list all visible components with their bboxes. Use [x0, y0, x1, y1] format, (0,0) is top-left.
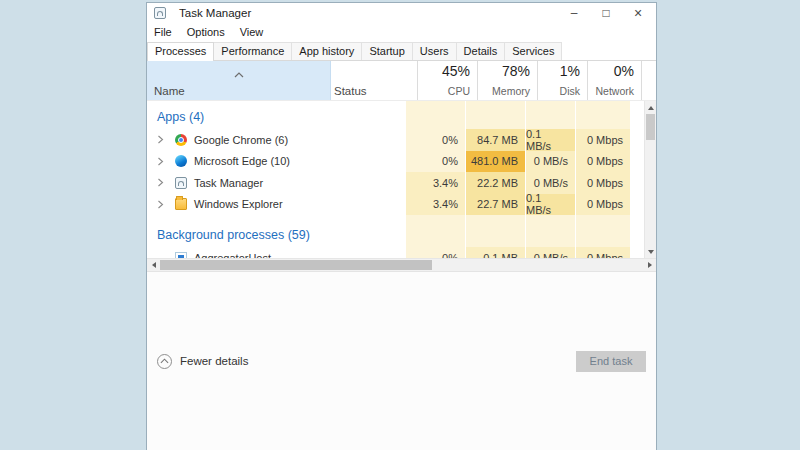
- title-bar[interactable]: Task Manager – □ ×: [147, 3, 656, 23]
- tab-startup[interactable]: Startup: [361, 42, 412, 60]
- group-header-apps-4[interactable]: Apps (4): [147, 105, 644, 129]
- tab-users[interactable]: Users: [412, 42, 457, 60]
- group-gap: [147, 215, 644, 223]
- metric-cell: [575, 215, 630, 223]
- tab-performance[interactable]: Performance: [213, 42, 292, 60]
- metric-cell: 0 Mbps: [575, 247, 630, 258]
- expand-chevron-icon[interactable]: [157, 135, 175, 144]
- column-usage-percent: 45%: [442, 63, 470, 79]
- footer-bar: Fewer details End task: [147, 271, 656, 450]
- column-label: Disk: [560, 85, 580, 97]
- column-header-memory[interactable]: 78%Memory: [477, 61, 537, 100]
- group-header-background-processes-59[interactable]: Background processes (59): [147, 223, 644, 247]
- column-header-cpu[interactable]: 45%CPU: [417, 61, 477, 100]
- column-usage-percent: 0%: [614, 63, 634, 79]
- group-header-label: Background processes (59): [157, 228, 310, 242]
- menu-view[interactable]: View: [240, 26, 264, 38]
- process-rows: Apps (4)Google Chrome (6)0%84.7 MB0.1 MB…: [147, 101, 644, 258]
- group-header-name-area: Apps (4): [147, 105, 405, 129]
- window-controls: – □ ×: [558, 4, 654, 22]
- process-row[interactable]: Google Chrome (6)0%84.7 MB0.1 MB/s0 Mbps: [147, 129, 644, 151]
- metric-cell: [405, 215, 465, 223]
- column-label: Network: [595, 85, 634, 97]
- row-name-area: [147, 215, 405, 223]
- tab-app-history[interactable]: App history: [291, 42, 362, 60]
- metric-cell: 0 Mbps: [575, 151, 630, 173]
- menu-file[interactable]: File: [154, 26, 172, 38]
- process-row[interactable]: Windows Explorer3.4%22.7 MB0.1 MB/s0 Mbp…: [147, 194, 644, 216]
- metric-cell: 22.7 MB: [465, 194, 525, 216]
- task-manager-window: Task Manager – □ × FileOptionsView Proce…: [146, 2, 657, 450]
- tab-services[interactable]: Services: [504, 42, 562, 60]
- group-header-label: Apps (4): [157, 110, 204, 124]
- metric-cell: 84.7 MB: [465, 129, 525, 151]
- tab-details[interactable]: Details: [456, 42, 506, 60]
- taskmgr-icon: [175, 177, 187, 189]
- metric-cell: [405, 223, 465, 247]
- metric-cell: [465, 215, 525, 223]
- metric-cell: 0 MB/s: [525, 247, 575, 258]
- window-title: Task Manager: [179, 7, 251, 19]
- metric-cell: 3.4%: [405, 172, 465, 194]
- horizontal-scrollbar-thumb[interactable]: [160, 260, 432, 270]
- column-header-row: Name Status 45%CPU78%Memory1%Disk0%Netwo…: [147, 61, 656, 101]
- scroll-right-icon[interactable]: [643, 259, 656, 271]
- vertical-scrollbar[interactable]: [644, 101, 656, 258]
- name-column-header[interactable]: Name: [147, 61, 331, 100]
- column-header-disk[interactable]: 1%Disk: [537, 61, 587, 100]
- process-name: Google Chrome (6): [194, 134, 288, 146]
- column-usage-percent: 78%: [502, 63, 530, 79]
- column-header-network[interactable]: 0%Network: [587, 61, 642, 100]
- minimize-button[interactable]: –: [558, 4, 590, 22]
- process-name-area: Windows Explorer: [147, 194, 405, 216]
- menu-options[interactable]: Options: [187, 26, 225, 38]
- scroll-down-icon[interactable]: [645, 245, 656, 258]
- group-header-name-area: Background processes (59): [147, 223, 405, 247]
- process-row[interactable]: Task Manager3.4%22.2 MB0 MB/s0 Mbps: [147, 172, 644, 194]
- scroll-up-icon[interactable]: [645, 101, 656, 114]
- expand-chevron-icon[interactable]: [157, 178, 175, 187]
- metric-cell: [525, 223, 575, 247]
- close-button[interactable]: ×: [622, 4, 654, 22]
- metric-cell: [525, 105, 575, 129]
- status-column-header[interactable]: Status: [331, 61, 417, 100]
- tab-processes[interactable]: Processes: [147, 42, 214, 61]
- process-name: Microsoft Edge (10): [194, 155, 290, 167]
- metric-cell: [525, 215, 575, 223]
- metric-cell: 481.0 MB: [465, 151, 525, 173]
- column-label: CPU: [448, 85, 470, 97]
- menu-bar: FileOptionsView: [147, 23, 656, 41]
- chrome-icon: [175, 134, 187, 146]
- sort-ascending-icon: [234, 64, 244, 82]
- metric-cell: 0 Mbps: [575, 194, 630, 216]
- desktop-background: Task Manager – □ × FileOptionsView Proce…: [0, 0, 800, 450]
- metric-cell: [465, 223, 525, 247]
- maximize-button[interactable]: □: [590, 4, 622, 22]
- metric-cell: [465, 105, 525, 129]
- expand-chevron-icon[interactable]: [157, 157, 175, 166]
- process-name-area: Microsoft Edge (10): [147, 151, 405, 173]
- end-task-button[interactable]: End task: [576, 351, 646, 372]
- metric-column-headers: 45%CPU78%Memory1%Disk0%Network: [417, 61, 642, 100]
- chevron-up-circle-icon: [157, 354, 172, 369]
- process-row[interactable]: Microsoft Edge (10)0%481.0 MB0 MB/s0 Mbp…: [147, 151, 644, 173]
- process-name-area: AggregatorHost: [147, 247, 405, 258]
- edge-icon: [175, 155, 187, 167]
- expand-chevron-icon[interactable]: [157, 200, 175, 209]
- vertical-scrollbar-thumb[interactable]: [646, 114, 655, 140]
- process-list: Apps (4)Google Chrome (6)0%84.7 MB0.1 MB…: [147, 101, 656, 258]
- fewer-details-toggle[interactable]: Fewer details: [157, 354, 248, 369]
- column-usage-percent: 1%: [560, 63, 580, 79]
- process-name-area: Google Chrome (6): [147, 129, 405, 151]
- metric-cell: 22.2 MB: [465, 172, 525, 194]
- horizontal-scrollbar[interactable]: [147, 258, 656, 271]
- scroll-left-icon[interactable]: [147, 259, 160, 271]
- metric-cell: 0%: [405, 129, 465, 151]
- metric-cell: 0.1 MB/s: [525, 129, 575, 151]
- metric-cell: [575, 105, 630, 129]
- metric-cell: 3.4%: [405, 194, 465, 216]
- metric-cell: 0%: [405, 151, 465, 173]
- process-row[interactable]: AggregatorHost0%0.1 MB0 MB/s0 Mbps: [147, 247, 644, 258]
- metric-cell: 0%: [405, 247, 465, 258]
- status-column-label: Status: [334, 85, 367, 97]
